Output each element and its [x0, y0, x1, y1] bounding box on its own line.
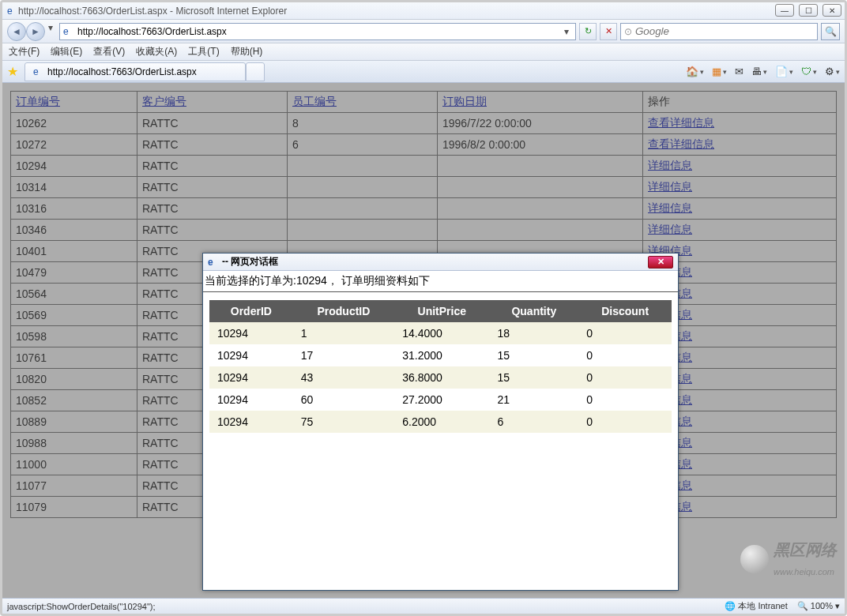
stop-button[interactable]: ✕ — [600, 23, 617, 40]
window-title: http://localhost:7663/OrderList.aspx - M… — [18, 6, 287, 17]
menu-bar: 文件(F) 编辑(E) 查看(V) 收藏夹(A) 工具(T) 帮助(H) — [2, 43, 845, 61]
address-dropdown[interactable]: ▾ — [561, 26, 572, 37]
window-close-button[interactable]: ✕ — [823, 4, 841, 17]
cell-quantity: 15 — [489, 366, 578, 389]
col-quantity: Quantity — [489, 300, 578, 322]
cell-quantity: 15 — [489, 344, 578, 366]
cell-unit-price: 14.4000 — [394, 322, 489, 344]
order-details-table: OrderID ProductID UnitPrice Quantity Dis… — [209, 300, 672, 433]
col-product-id: ProductID — [293, 300, 395, 322]
menu-help[interactable]: 帮助(H) — [231, 45, 263, 58]
order-details-dialog: e -- 网页对话框 ✕ 当前选择的订单为:10294， 订单明细资料如下 Or… — [202, 253, 679, 591]
cell-discount: 0 — [578, 344, 672, 366]
page-button[interactable]: 📄▾ — [775, 66, 793, 77]
tab-page-icon: e — [33, 66, 44, 77]
cell-quantity: 21 — [489, 389, 578, 411]
menu-favorites[interactable]: 收藏夹(A) — [136, 45, 177, 58]
address-bar[interactable]: e ▾ — [59, 23, 576, 40]
cell-product-id: 1 — [293, 322, 395, 344]
status-bar: javascript:ShowOrderDetails("10294"); 🌐 … — [2, 598, 845, 614]
col-unit-price: UnitPrice — [394, 300, 489, 322]
table-row: 10294756.200060 — [209, 411, 672, 433]
cell-discount: 0 — [578, 389, 672, 411]
home-button[interactable]: 🏠▾ — [686, 66, 704, 77]
watermark-url: www.heiqu.com — [774, 567, 834, 577]
window-maximize-button[interactable]: ☐ — [799, 4, 818, 17]
print-button[interactable]: 🖶▾ — [751, 66, 767, 77]
cell-unit-price: 31.2000 — [394, 344, 489, 366]
menu-view[interactable]: 查看(V) — [93, 45, 125, 58]
ie-icon: e — [7, 6, 18, 17]
watermark-brand: 黑区网络 — [774, 541, 837, 558]
refresh-button[interactable]: ↻ — [579, 23, 597, 40]
cell-discount: 0 — [578, 322, 672, 344]
tab-toolbar: ★ e http://localhost:7663/OrderList.aspx… — [2, 61, 845, 83]
watermark: 黑区网络 www.heiqu.com — [740, 539, 837, 579]
forward-button[interactable]: ► — [26, 22, 45, 41]
cell-order-id: 10294 — [209, 344, 293, 366]
cell-discount: 0 — [578, 411, 672, 433]
menu-tools[interactable]: 工具(T) — [188, 45, 219, 58]
cell-order-id: 10294 — [209, 411, 293, 433]
col-order-id: OrderID — [209, 300, 293, 322]
cell-product-id: 75 — [293, 411, 395, 433]
search-button[interactable]: 🔍 — [821, 23, 840, 40]
browser-tab[interactable]: e http://localhost:7663/OrderList.aspx — [24, 62, 246, 81]
cell-order-id: 10294 — [209, 322, 293, 344]
cell-order-id: 10294 — [209, 389, 293, 411]
cell-discount: 0 — [578, 366, 672, 389]
search-provider-icon: ⊙ — [624, 26, 632, 37]
security-zone: 🌐 本地 Intranet — [725, 600, 787, 612]
dialog-icon: e — [208, 257, 219, 268]
cell-product-id: 43 — [293, 366, 395, 389]
watermark-icon — [740, 545, 769, 573]
new-tab-button[interactable] — [246, 62, 265, 81]
feeds-button[interactable]: ▦▾ — [712, 66, 727, 77]
status-text: javascript:ShowOrderDetails("10294"); — [7, 602, 156, 611]
cell-quantity: 18 — [489, 322, 578, 344]
window-minimize-button[interactable]: — — [775, 4, 794, 17]
zoom-level[interactable]: 🔍 100% ▾ — [797, 601, 840, 611]
cell-unit-price: 6.2000 — [394, 411, 489, 433]
dialog-titlebar[interactable]: e -- 网页对话框 ✕ — [203, 254, 678, 271]
table-row: 102946027.2000210 — [209, 389, 672, 411]
mail-button[interactable]: ✉ — [735, 66, 743, 77]
cell-product-id: 17 — [293, 344, 395, 366]
safety-button[interactable]: 🛡▾ — [801, 66, 817, 77]
tools-button[interactable]: ⚙▾ — [825, 66, 840, 77]
nav-toolbar: ◄ ► ▾ e ▾ ↻ ✕ ⊙ 🔍 — [2, 20, 845, 43]
tab-title: http://localhost:7663/OrderList.aspx — [47, 66, 197, 77]
dialog-close-button[interactable]: ✕ — [648, 256, 673, 269]
dialog-subtitle: 当前选择的订单为:10294， 订单明细资料如下 — [203, 271, 678, 292]
table-row: 10294114.4000180 — [209, 322, 672, 344]
cell-order-id: 10294 — [209, 366, 293, 389]
col-discount: Discount — [578, 300, 672, 322]
search-box[interactable]: ⊙ — [620, 23, 818, 40]
nav-history-dropdown[interactable]: ▾ — [45, 22, 56, 41]
cell-quantity: 6 — [489, 411, 578, 433]
favorites-star-icon[interactable]: ★ — [7, 64, 18, 79]
address-input[interactable] — [77, 26, 558, 37]
cell-unit-price: 36.8000 — [394, 366, 489, 389]
back-button[interactable]: ◄ — [7, 22, 26, 41]
cell-unit-price: 27.2000 — [394, 389, 489, 411]
table-row: 102944336.8000150 — [209, 366, 672, 389]
window-titlebar: e http://localhost:7663/OrderList.aspx -… — [2, 2, 845, 20]
search-input[interactable] — [635, 25, 814, 37]
table-row: 102941731.2000150 — [209, 344, 672, 366]
menu-edit[interactable]: 编辑(E) — [51, 45, 82, 58]
cell-product-id: 60 — [293, 389, 395, 411]
dialog-title: -- 网页对话框 — [222, 255, 278, 269]
page-icon: e — [63, 26, 74, 37]
page-content: 订单编号 客户编号 员工编号 订购日期 操作 10262RATTC81996/7… — [2, 83, 845, 598]
menu-file[interactable]: 文件(F) — [9, 45, 40, 58]
